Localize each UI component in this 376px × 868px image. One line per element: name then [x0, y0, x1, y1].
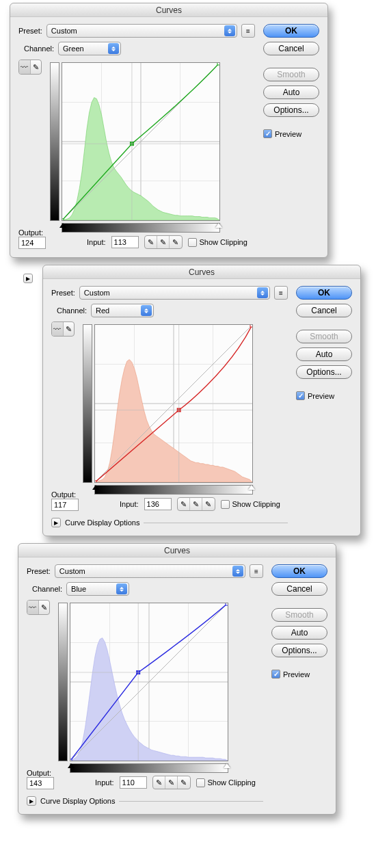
output-gradient: [83, 324, 92, 483]
preset-select[interactable]: Custom: [79, 286, 270, 300]
svg-rect-11: [217, 63, 219, 65]
ok-button[interactable]: OK: [263, 24, 319, 38]
options-button[interactable]: Options...: [271, 644, 327, 657]
auto-button[interactable]: Auto: [263, 86, 319, 99]
curve-draw-icon: 〰: [52, 322, 64, 336]
disclosure-triangle-icon[interactable]: ▶: [51, 518, 61, 527]
white-eyedropper-icon[interactable]: ✎: [178, 776, 190, 789]
smooth-button[interactable]: Smooth: [271, 608, 327, 622]
smooth-button[interactable]: Smooth: [296, 330, 352, 343]
chevron-updown-icon: [257, 287, 268, 298]
input-field[interactable]: [144, 498, 172, 510]
channel-label: Channel:: [24, 44, 54, 53]
preview-checkbox[interactable]: ✓ Preview: [271, 670, 327, 679]
output-label: Output:: [51, 490, 75, 499]
curves-graph[interactable]: [62, 62, 220, 221]
black-eyedropper-icon[interactable]: ✎: [153, 776, 165, 789]
curve-tool-toggle[interactable]: 〰 ✎: [27, 600, 50, 615]
channel-select[interactable]: Red: [91, 304, 154, 317]
chevron-updown-icon: [141, 305, 152, 316]
preview-checkbox[interactable]: ✓ Preview: [263, 129, 319, 138]
input-label: Input:: [87, 238, 106, 246]
preview-checkbox[interactable]: ✓ Preview: [296, 391, 352, 400]
preset-value: Custom: [84, 289, 110, 297]
curve-draw-icon: 〰: [27, 601, 39, 614]
show-clipping-label: Show Clipping: [208, 778, 256, 787]
chevron-updown-icon: [232, 566, 243, 577]
input-field[interactable]: [111, 236, 139, 248]
auto-button[interactable]: Auto: [271, 626, 327, 640]
pencil-icon: ✎: [64, 322, 75, 336]
white-eyedropper-icon[interactable]: ✎: [170, 236, 182, 248]
eyedropper-group: ✎ ✎ ✎: [152, 776, 191, 789]
gray-eyedropper-icon[interactable]: ✎: [157, 236, 170, 248]
output-gradient: [58, 603, 68, 761]
preview-label: Preview: [308, 392, 334, 400]
channel-select[interactable]: Green: [58, 42, 121, 55]
svg-rect-25: [250, 325, 252, 327]
cancel-button[interactable]: Cancel: [263, 42, 319, 55]
chevron-updown-icon: [108, 43, 119, 54]
show-clipping-checkbox[interactable]: Show Clipping: [188, 238, 247, 247]
pencil-icon: ✎: [31, 60, 42, 74]
white-point-slider[interactable]: [248, 485, 255, 490]
curves-graph[interactable]: [94, 324, 253, 483]
curve-tool-toggle[interactable]: 〰 ✎: [51, 321, 75, 337]
show-clipping-label: Show Clipping: [200, 238, 247, 246]
black-eyedropper-icon[interactable]: ✎: [145, 236, 157, 248]
svg-rect-39: [226, 603, 228, 605]
white-point-slider[interactable]: [224, 763, 230, 768]
input-label: Input:: [120, 500, 139, 508]
auto-button[interactable]: Auto: [296, 347, 352, 361]
chevron-updown-icon: [224, 25, 235, 36]
curve-tool-toggle[interactable]: 〰 ✎: [18, 60, 42, 75]
smooth-button[interactable]: Smooth: [263, 68, 319, 81]
preset-select[interactable]: Custom: [46, 24, 237, 38]
output-field[interactable]: [27, 777, 54, 789]
gray-eyedropper-icon[interactable]: ✎: [165, 776, 178, 789]
preview-label: Preview: [283, 670, 310, 679]
channel-label: Channel:: [32, 585, 62, 593]
input-field[interactable]: [120, 776, 147, 789]
preset-menu-button[interactable]: ≡: [241, 24, 255, 38]
cancel-button[interactable]: Cancel: [271, 582, 327, 596]
gray-eyedropper-icon[interactable]: ✎: [190, 498, 202, 510]
black-point-slider[interactable]: [92, 485, 99, 490]
options-button[interactable]: Options...: [263, 103, 319, 117]
output-field[interactable]: [18, 237, 46, 249]
black-eyedropper-icon[interactable]: ✎: [178, 498, 190, 510]
preset-label: Preset:: [18, 27, 42, 35]
preset-menu-button[interactable]: ≡: [250, 564, 263, 578]
preset-value: Custom: [59, 567, 85, 575]
white-eyedropper-icon[interactable]: ✎: [202, 498, 215, 510]
disclosure-triangle-icon[interactable]: ▶: [27, 796, 36, 806]
preset-menu-button[interactable]: ≡: [274, 286, 288, 300]
ok-button[interactable]: OK: [296, 286, 352, 300]
disclosure-triangle-icon[interactable]: ▶: [23, 274, 33, 283]
input-gradient[interactable]: [70, 763, 228, 773]
channel-select[interactable]: Blue: [66, 582, 129, 596]
curves-graph[interactable]: [70, 603, 228, 761]
curve-display-options-label: Curve Display Options: [40, 797, 115, 805]
preset-label: Preset:: [27, 567, 51, 575]
output-field[interactable]: [51, 499, 79, 511]
svg-rect-23: [95, 481, 96, 482]
show-clipping-checkbox[interactable]: Show Clipping: [221, 500, 280, 509]
ok-button[interactable]: OK: [271, 564, 327, 578]
checkbox-icon: [196, 778, 205, 787]
preset-select[interactable]: Custom: [55, 564, 245, 578]
input-label: Input:: [95, 778, 114, 787]
cancel-button[interactable]: Cancel: [296, 304, 352, 317]
output-gradient: [50, 62, 59, 221]
checkbox-icon: [188, 238, 197, 247]
curve-draw-icon: 〰: [19, 60, 31, 74]
black-point-slider[interactable]: [68, 763, 75, 768]
eyedropper-group: ✎ ✎ ✎: [177, 497, 215, 511]
preview-label: Preview: [275, 130, 301, 138]
white-point-slider[interactable]: [215, 223, 222, 228]
black-point-slider[interactable]: [59, 223, 66, 228]
show-clipping-checkbox[interactable]: Show Clipping: [196, 778, 256, 787]
options-button[interactable]: Options...: [296, 365, 352, 379]
input-gradient[interactable]: [62, 223, 220, 233]
input-gradient[interactable]: [94, 485, 253, 495]
